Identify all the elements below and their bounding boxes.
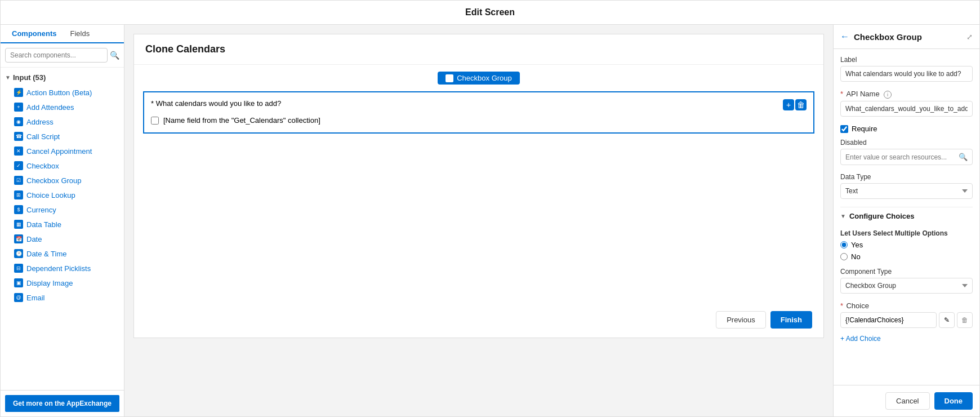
item-label: Action Button (Beta): [26, 88, 92, 97]
panel-header: ← Checkbox Group ⤢: [834, 25, 979, 49]
add-attendees-icon: +: [14, 103, 23, 112]
api-name-label: * API Name i: [840, 90, 973, 99]
item-label: Call Script: [26, 132, 60, 141]
checkbox-item-label: [Name field from the "Get_Calendars" col…: [163, 116, 320, 125]
item-label: Add Attendees: [26, 103, 74, 112]
disabled-search: 🔍: [840, 149, 973, 165]
radio-no[interactable]: [840, 253, 848, 260]
question-text: What calendars would you like to add?: [156, 99, 282, 108]
search-input[interactable]: [5, 48, 108, 63]
radio-no-row: No: [840, 252, 973, 261]
component-type-label: Component Type: [840, 268, 973, 276]
canvas-title: Clone Calendars: [145, 43, 225, 55]
list-item[interactable]: ⊞ Choice Lookup: [1, 188, 124, 202]
delete-item-button[interactable]: 🗑: [795, 99, 807, 110]
checkbox-question: * What calendars would you like to add?: [151, 99, 281, 108]
list-item[interactable]: ☎ Call Script: [1, 129, 124, 144]
list-item[interactable]: ✓ Checkbox: [1, 158, 124, 173]
display-image-icon: ▣: [14, 278, 23, 287]
radio-yes-row: Yes: [840, 241, 973, 249]
finish-button[interactable]: Finish: [770, 311, 812, 329]
address-icon: ◉: [14, 117, 23, 126]
multiple-options-radio-group: Yes No: [840, 241, 973, 261]
item-label: Date: [26, 235, 42, 243]
require-checkbox[interactable]: [840, 125, 848, 133]
data-type-label: Data Type: [840, 173, 973, 181]
tab-fields[interactable]: Fields: [63, 25, 96, 43]
currency-icon: $: [14, 205, 23, 214]
radio-yes[interactable]: [840, 241, 848, 249]
list-item[interactable]: ⊟ Dependent Picklists: [1, 261, 124, 276]
list-item[interactable]: ◉ Address: [1, 114, 124, 129]
back-icon[interactable]: ←: [840, 32, 849, 42]
date-icon: 📅: [14, 234, 23, 243]
list-item[interactable]: + Add Attendees: [1, 100, 124, 114]
checkbox-icon: ✓: [14, 161, 23, 170]
add-item-button[interactable]: +: [783, 99, 794, 110]
list-item[interactable]: 🕐 Date & Time: [1, 246, 124, 261]
list-item[interactable]: ⚡ Action Button (Beta): [1, 85, 124, 100]
label-input[interactable]: [840, 66, 973, 82]
sidebar: Components Fields 🔍 ▼ Input (53) ⚡ Actio…: [1, 25, 124, 416]
list-item[interactable]: ☑ Checkbox Group: [1, 173, 124, 188]
list-item[interactable]: 📅 Date: [1, 232, 124, 246]
configure-choices-section[interactable]: ▼ Configure Choices: [840, 207, 973, 225]
item-label: Display Image: [26, 279, 73, 287]
item-label: Cancel Appointment: [26, 147, 92, 156]
panel-body: Label * API Name i Require: [834, 49, 979, 385]
cancel-button[interactable]: Cancel: [885, 392, 929, 410]
configure-chevron-icon: ▼: [840, 213, 846, 219]
disabled-input[interactable]: [841, 150, 954, 165]
previous-button[interactable]: Previous: [716, 311, 766, 329]
call-script-icon: ☎: [14, 132, 23, 141]
panel-title: Checkbox Group: [854, 32, 962, 42]
require-label: Require: [852, 125, 877, 133]
component-badge: ☑ Checkbox Group: [438, 72, 520, 85]
disabled-search-icon[interactable]: 🔍: [954, 149, 972, 165]
tab-components[interactable]: Components: [5, 25, 63, 43]
list-item[interactable]: @ Email: [1, 290, 124, 305]
item-label: Dependent Picklists: [26, 264, 91, 273]
data-table-icon: ▦: [14, 220, 23, 229]
data-type-select[interactable]: Text Number Boolean: [840, 183, 973, 199]
api-name-info-icon[interactable]: i: [884, 91, 892, 99]
canvas-area: Clone Calendars ☑ Checkbox Group * What …: [124, 25, 833, 416]
choice-input[interactable]: [840, 312, 937, 328]
input-section[interactable]: ▼ Input (53): [1, 70, 124, 85]
api-name-input[interactable]: [840, 101, 973, 117]
list-item[interactable]: ✕ Cancel Appointment: [1, 144, 124, 158]
appexchange-button[interactable]: Get more on the AppExchange: [5, 395, 119, 412]
require-row: Require: [840, 125, 973, 133]
list-item[interactable]: ▦ Data Table: [1, 217, 124, 232]
configure-choices-title: Configure Choices: [849, 212, 915, 220]
label-field-group: Label: [840, 56, 973, 82]
expand-icon[interactable]: ⤢: [966, 33, 973, 41]
item-label: Checkbox Group: [26, 176, 82, 185]
choice-edit-button[interactable]: ✎: [939, 312, 955, 328]
search-icon: 🔍: [110, 51, 119, 60]
component-type-select[interactable]: Checkbox Group: [840, 278, 973, 294]
right-panel: ← Checkbox Group ⤢ Label * API Name i: [833, 25, 979, 416]
checkbox-input[interactable]: [151, 117, 159, 125]
app-header: Edit Screen: [1, 1, 979, 25]
choice-row: ✎ 🗑: [840, 312, 973, 328]
component-list: ▼ Input (53) ⚡ Action Button (Beta) + Ad…: [1, 68, 124, 390]
add-choice-button[interactable]: + Add Choice: [840, 332, 881, 345]
page-title: Edit Screen: [465, 7, 515, 17]
email-icon: @: [14, 293, 23, 302]
disabled-label: Disabled: [840, 139, 973, 147]
done-button[interactable]: Done: [934, 392, 973, 410]
panel-footer: Cancel Done: [834, 385, 979, 416]
required-star: *: [151, 99, 154, 108]
checkbox-item: [Name field from the "Get_Calendars" col…: [151, 115, 807, 126]
item-label: Choice Lookup: [26, 191, 75, 199]
badge-icon: ☑: [446, 74, 453, 82]
sidebar-tabs: Components Fields: [1, 25, 124, 43]
list-item[interactable]: $ Currency: [1, 202, 124, 217]
choice-delete-button[interactable]: 🗑: [957, 312, 973, 328]
choice-lookup-icon: ⊞: [14, 190, 23, 199]
dependent-picklists-icon: ⊟: [14, 264, 23, 273]
list-item[interactable]: ▣ Display Image: [1, 276, 124, 290]
no-label: No: [851, 252, 861, 261]
component-type-field-group: Component Type Checkbox Group: [840, 268, 973, 294]
